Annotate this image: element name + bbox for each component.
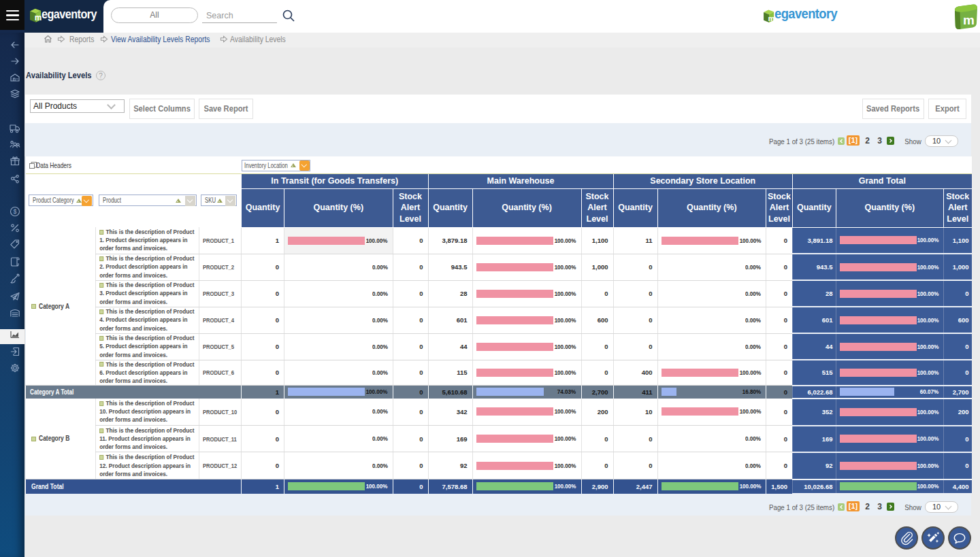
svg-text:m: m [963, 13, 975, 27]
svg-text:m: m [768, 14, 774, 22]
svg-text:m: m [35, 13, 42, 22]
svg-text:$: $ [13, 208, 16, 215]
